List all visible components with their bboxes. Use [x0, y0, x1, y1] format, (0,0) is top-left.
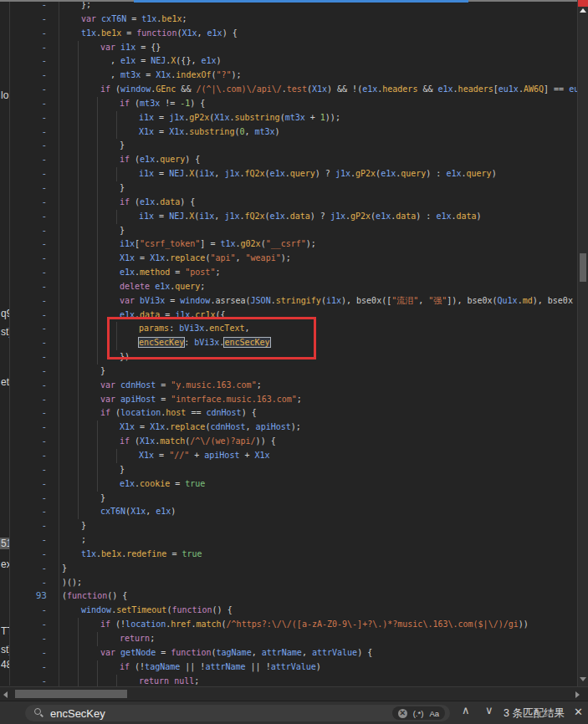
- code-line[interactable]: 93(function() {: [0, 589, 577, 604]
- code-line[interactable]: -}: [0, 492, 577, 506]
- code-line[interactable]: -delete e1x.query;: [0, 280, 577, 294]
- code-line[interactable]: -if (window.GEnc && /(^|\.com)\/api\/.te…: [0, 83, 577, 97]
- gutter-dash[interactable]: -: [10, 463, 59, 477]
- code-line[interactable]: -var getNode = function(tagName, attrNam…: [0, 646, 577, 660]
- code-line[interactable]: -X1x = X1x.replace("api", "weapi");: [0, 252, 577, 266]
- vertical-scrollbar[interactable]: [577, 0, 588, 686]
- code-line[interactable]: -i1x = NEJ.X(i1x, j1x.fQ2x(e1x.query) ? …: [0, 167, 577, 181]
- gutter-dash[interactable]: -: [10, 604, 59, 618]
- gutter-dash[interactable]: -: [10, 379, 59, 393]
- vertical-scrollbar-thumb[interactable]: [580, 253, 586, 282]
- scroll-left-arrow-icon[interactable]: [3, 691, 8, 698]
- gutter-dash[interactable]: -: [10, 492, 59, 506]
- gutter-dash[interactable]: -: [10, 224, 59, 238]
- gutter-dash[interactable]: -: [10, 393, 59, 407]
- gutter-dash[interactable]: -: [10, 167, 59, 181]
- gutter-line-number[interactable]: 93: [10, 589, 59, 604]
- code-line[interactable]: -if (e1x.query) {: [0, 153, 577, 167]
- code-line[interactable]: -if (e1x.data) {: [0, 196, 577, 210]
- gutter-dash[interactable]: -: [10, 421, 59, 435]
- gutter-dash[interactable]: -: [10, 210, 59, 224]
- code-line[interactable]: -if (!tagName || !attrName || !attrValue…: [0, 660, 577, 675]
- gutter-dash[interactable]: -: [10, 336, 59, 350]
- gutter-dash[interactable]: -: [10, 576, 59, 590]
- gutter-dash[interactable]: -: [10, 27, 59, 41]
- gutter-dash[interactable]: -: [10, 477, 59, 492]
- gutter-dash[interactable]: -: [10, 365, 59, 379]
- gutter-dash[interactable]: -: [10, 54, 59, 69]
- gutter-dash[interactable]: -: [10, 519, 59, 533]
- code-line[interactable]: -cxT6N(X1x, e1x): [0, 505, 577, 519]
- search-field[interactable]: ✕ (.*) Aa: [25, 705, 450, 721]
- code-line[interactable]: -i1x = j1x.gP2x(X1x.substring(mt3x + 1))…: [0, 111, 577, 125]
- gutter-dash[interactable]: -: [10, 406, 59, 421]
- gutter-dash[interactable]: -: [10, 350, 59, 365]
- search-input[interactable]: [50, 705, 301, 721]
- code-line[interactable]: -)();: [0, 576, 577, 590]
- gutter-dash[interactable]: -: [10, 181, 59, 196]
- gutter-dash[interactable]: -: [10, 111, 59, 125]
- horizontal-scrollbar[interactable]: [0, 686, 588, 701]
- gutter-dash[interactable]: -: [10, 308, 59, 323]
- gutter-dash[interactable]: -: [10, 632, 59, 646]
- code-line[interactable]: - , e1x = NEJ.X({}, e1x): [0, 54, 577, 69]
- gutter-dash[interactable]: -: [10, 435, 59, 449]
- code-line[interactable]: -return null;: [0, 675, 577, 688]
- code-line[interactable]: -var cdnHost = "y.music.163.com";: [0, 379, 577, 393]
- gutter-dash[interactable]: -: [10, 505, 59, 519]
- gutter-dash[interactable]: -: [10, 237, 59, 252]
- code-line[interactable]: -i1x["csrf_token"] = t1x.g02x("__csrf");: [0, 237, 577, 252]
- gutter-dash[interactable]: -: [10, 41, 59, 55]
- gutter-dash[interactable]: -: [10, 675, 59, 688]
- code-line[interactable]: -if (!location.href.match(/^https?:\/\/(…: [0, 618, 577, 632]
- code-line[interactable]: -}: [0, 562, 577, 576]
- gutter-dash[interactable]: -: [10, 13, 59, 27]
- clear-search-icon[interactable]: ✕: [398, 709, 407, 718]
- gutter-dash[interactable]: -: [10, 252, 59, 266]
- code-line[interactable]: -var apiHost = "interface.music.163.com"…: [0, 393, 577, 407]
- code-line[interactable]: -if (X1x.match(/^\/(we)?api/)) {: [0, 435, 577, 449]
- code-line[interactable]: -i1x = NEJ.X(i1x, j1x.fQ2x(e1x.data) ? j…: [0, 210, 577, 224]
- regex-toggle[interactable]: (.*): [413, 709, 424, 718]
- gutter-dash[interactable]: -: [10, 294, 59, 308]
- code-line[interactable]: -X1x = X1x.substring(0, mt3x): [0, 125, 577, 140]
- scroll-up-arrow-icon[interactable]: [580, 8, 586, 13]
- code-line[interactable]: -var i1x = {}: [0, 41, 577, 55]
- code-line[interactable]: -}: [0, 519, 577, 533]
- gutter-dash[interactable]: -: [10, 548, 59, 562]
- gutter-dash[interactable]: -: [10, 139, 59, 153]
- next-match-button[interactable]: ∨: [485, 704, 493, 716]
- gutter-dash[interactable]: -: [10, 280, 59, 294]
- code-line[interactable]: -}: [0, 224, 577, 238]
- gutter-dash[interactable]: -: [10, 660, 59, 675]
- code-line[interactable]: -e1x.method = "post";: [0, 266, 577, 280]
- gutter-dash[interactable]: -: [10, 322, 59, 336]
- code-line[interactable]: -;: [0, 533, 577, 548]
- code-line[interactable]: -}: [0, 365, 577, 379]
- match-case-toggle[interactable]: Aa: [429, 709, 439, 718]
- gutter-dash[interactable]: -: [10, 646, 59, 660]
- gutter-dash[interactable]: -: [10, 196, 59, 210]
- code-line[interactable]: -X1x = X1x.replace(cdnHost, apiHost);: [0, 421, 577, 435]
- code-line[interactable]: -t1x.be1x = function(X1x, e1x) {: [0, 27, 577, 41]
- gutter-dash[interactable]: -: [10, 618, 59, 632]
- scroll-right-arrow-icon[interactable]: [575, 691, 580, 698]
- gutter-dash[interactable]: -: [10, 562, 59, 576]
- gutter-dash[interactable]: -: [10, 266, 59, 280]
- code-line[interactable]: -t1x.be1x.redefine = true: [0, 548, 577, 562]
- code-line[interactable]: -var cxT6N = t1x.be1x;: [0, 13, 577, 27]
- gutter-dash[interactable]: -: [10, 153, 59, 167]
- gutter-dash[interactable]: -: [10, 69, 59, 83]
- gutter-dash[interactable]: -: [10, 125, 59, 140]
- code-line[interactable]: -X1x = "//" + apiHost + X1x: [0, 449, 577, 463]
- code-line[interactable]: -var bVi3x = window.asrsea(JSON.stringif…: [0, 294, 577, 308]
- previous-match-button[interactable]: ∧: [462, 704, 470, 716]
- close-find-bar-button[interactable]: ✕: [574, 706, 583, 718]
- code-line[interactable]: -return;: [0, 632, 577, 646]
- gutter-dash[interactable]: -: [10, 83, 59, 97]
- code-line[interactable]: - , mt3x = X1x.indexOf("?");: [0, 69, 577, 83]
- code-line[interactable]: -if (location.host == cdnHost) {: [0, 406, 577, 421]
- code-line[interactable]: -}: [0, 463, 577, 477]
- gutter-dash[interactable]: -: [10, 449, 59, 463]
- gutter-dash[interactable]: -: [10, 0, 59, 13]
